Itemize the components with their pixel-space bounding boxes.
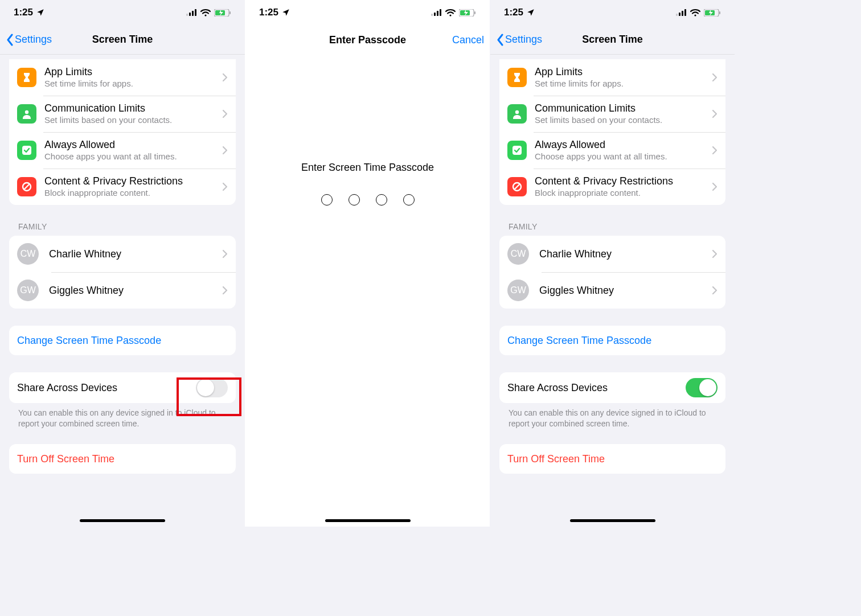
row-content-privacy[interactable]: Content & Privacy Restrictions Block ina…	[9, 169, 236, 205]
passcode-dot	[321, 194, 333, 206]
share-across-group: Share Across Devices	[9, 372, 236, 403]
share-across-row[interactable]: Share Across Devices	[499, 372, 725, 403]
member-name: Charlie Whitney	[539, 248, 707, 261]
cellular-icon	[431, 9, 442, 16]
row-title: App Limits	[535, 65, 707, 79]
home-indicator[interactable]	[325, 519, 411, 522]
row-app-limits[interactable]: App Limits Set time limits for apps.	[499, 59, 725, 96]
wifi-icon	[690, 9, 700, 17]
row-subtitle: Block inappropriate content.	[44, 188, 218, 199]
status-time: 1:25	[504, 7, 523, 18]
battery-icon	[459, 9, 476, 17]
row-title: Communication Limits	[44, 102, 218, 115]
family-member-row[interactable]: GW Giggles Whitney	[9, 272, 236, 309]
family-header: Family	[18, 222, 227, 231]
row-title: Change Screen Time Passcode	[507, 334, 718, 347]
cancel-button[interactable]: Cancel	[452, 34, 484, 46]
row-subtitle: Choose apps you want at all times.	[44, 151, 218, 162]
share-across-group: Share Across Devices	[499, 372, 725, 403]
change-passcode-button[interactable]: Change Screen Time Passcode	[499, 326, 725, 355]
wifi-icon	[200, 9, 211, 17]
row-communication-limits[interactable]: Communication Limits Set limits based on…	[499, 96, 725, 132]
change-passcode-group: Change Screen Time Passcode	[9, 326, 236, 355]
member-name: Charlie Whitney	[49, 248, 218, 261]
family-header: Family	[509, 222, 716, 231]
row-title: Always Allowed	[44, 138, 218, 151]
navbar: Enter Passcode Cancel	[245, 25, 490, 55]
row-title: Turn Off Screen Time	[17, 453, 228, 466]
chevron-right-icon	[222, 146, 228, 155]
row-subtitle: Set time limits for apps.	[535, 79, 707, 89]
location-icon	[282, 9, 290, 17]
avatar: GW	[507, 280, 529, 301]
passcode-prompt: Enter Screen Time Passcode	[301, 162, 434, 174]
hourglass-icon	[507, 68, 527, 87]
chevron-left-icon	[496, 34, 504, 46]
row-subtitle: Choose apps you want at all times.	[535, 151, 707, 162]
row-app-limits[interactable]: App Limits Set time limits for apps.	[9, 59, 236, 96]
person-icon	[507, 104, 527, 124]
row-subtitle: Set limits based on your contacts.	[44, 115, 218, 126]
passcode-body: Enter Screen Time Passcode	[245, 55, 490, 206]
no-symbol-icon	[507, 177, 527, 196]
row-content-privacy[interactable]: Content & Privacy Restrictions Block ina…	[499, 169, 725, 205]
share-across-toggle[interactable]	[196, 378, 228, 397]
chevron-right-icon	[712, 286, 718, 295]
family-member-row[interactable]: GW Giggles Whitney	[499, 272, 725, 309]
navbar: Settings Screen Time	[0, 25, 245, 55]
row-subtitle: Set time limits for apps.	[44, 79, 218, 89]
chevron-right-icon	[222, 109, 228, 118]
passcode-dots[interactable]	[321, 194, 415, 206]
chevron-right-icon	[222, 286, 228, 295]
share-across-row[interactable]: Share Across Devices	[9, 372, 236, 403]
passcode-dot	[376, 194, 387, 206]
chevron-right-icon	[712, 146, 718, 155]
row-title: Communication Limits	[535, 102, 707, 115]
no-symbol-icon	[17, 177, 36, 196]
statusbar: 1:25	[490, 0, 735, 25]
screen-1: 1:25 Settings Screen Time App Limits Se	[0, 0, 245, 527]
location-icon	[527, 9, 535, 17]
row-communication-limits[interactable]: Communication Limits Set limits based on…	[9, 96, 236, 132]
limits-group: App Limits Set time limits for apps. Com…	[9, 59, 236, 205]
back-button[interactable]: Settings	[496, 34, 542, 46]
row-title: App Limits	[44, 65, 218, 79]
row-title: Change Screen Time Passcode	[17, 334, 228, 347]
turn-off-button[interactable]: Turn Off Screen Time	[499, 444, 725, 474]
row-title: Content & Privacy Restrictions	[535, 175, 707, 188]
navbar: Settings Screen Time	[490, 25, 735, 55]
share-across-toggle[interactable]	[686, 378, 718, 397]
family-group: CW Charlie Whitney GW Giggles Whitney	[499, 236, 725, 309]
member-name: Giggles Whitney	[49, 284, 218, 297]
change-passcode-button[interactable]: Change Screen Time Passcode	[9, 326, 236, 355]
location-icon	[36, 9, 44, 17]
share-across-note: You can enable this on any device signed…	[18, 408, 227, 429]
back-button[interactable]: Settings	[6, 34, 52, 46]
status-time: 1:25	[259, 7, 278, 18]
statusbar: 1:25	[0, 0, 245, 25]
chevron-right-icon	[712, 73, 718, 82]
turn-off-group: Turn Off Screen Time	[499, 444, 725, 474]
row-always-allowed[interactable]: Always Allowed Choose apps you want at a…	[9, 132, 236, 169]
row-title: Share Across Devices	[507, 381, 686, 395]
row-subtitle: Block inappropriate content.	[535, 188, 707, 199]
avatar: CW	[507, 243, 529, 265]
family-member-row[interactable]: CW Charlie Whitney	[9, 236, 236, 272]
row-subtitle: Set limits based on your contacts.	[535, 115, 707, 126]
passcode-dot	[403, 194, 415, 206]
turn-off-button[interactable]: Turn Off Screen Time	[9, 444, 236, 474]
person-icon	[17, 104, 36, 124]
home-indicator[interactable]	[570, 519, 655, 522]
cellular-icon	[186, 9, 197, 16]
back-label: Settings	[15, 34, 52, 46]
screen-2: 1:25 Enter Passcode Cancel Enter Screen …	[245, 0, 490, 527]
home-indicator[interactable]	[80, 519, 165, 522]
family-member-row[interactable]: CW Charlie Whitney	[499, 236, 725, 272]
row-always-allowed[interactable]: Always Allowed Choose apps you want at a…	[499, 132, 725, 169]
chevron-right-icon	[712, 249, 718, 258]
statusbar: 1:25	[245, 0, 490, 25]
row-title: Turn Off Screen Time	[507, 453, 718, 466]
chevron-right-icon	[712, 182, 718, 191]
row-title: Share Across Devices	[17, 381, 196, 395]
cellular-icon	[676, 9, 687, 16]
